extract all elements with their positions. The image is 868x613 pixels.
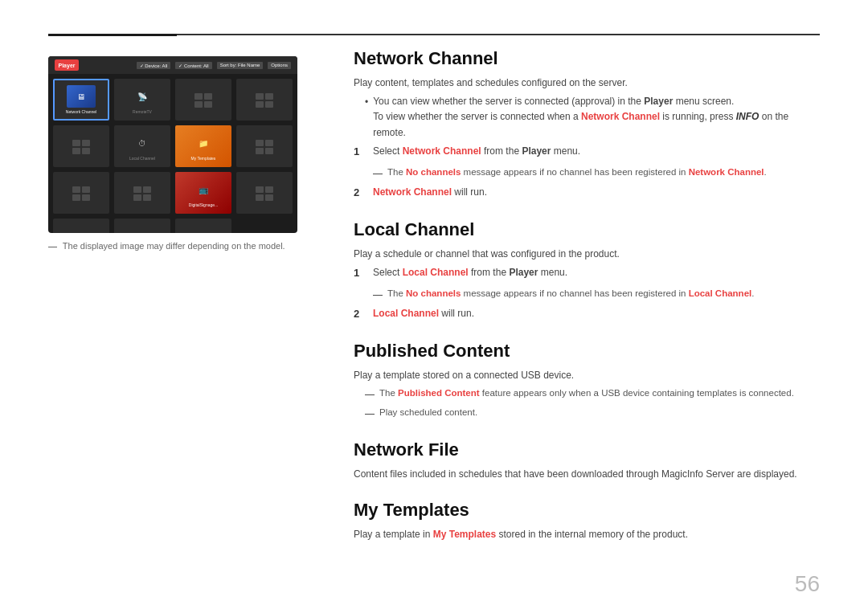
item-label-local: Local Channel xyxy=(129,156,155,161)
step-num-1: 1 xyxy=(354,144,365,161)
note-published-content-1: — The Published Content feature appears … xyxy=(365,386,820,403)
published-content-intro: Play a template stored on a connected US… xyxy=(354,368,820,383)
section-body-local-channel: Play a schedule or channel that was conf… xyxy=(354,247,820,323)
player-item-2 xyxy=(236,79,293,121)
item-sub-icons-9 xyxy=(72,186,90,193)
section-body-network-file: Content files included in schedules that… xyxy=(354,467,820,482)
note-dash-published-2: — xyxy=(365,407,375,422)
step-local-text-2: Local Channel will run. xyxy=(373,306,474,321)
item-sub-icons-5 xyxy=(72,140,90,146)
step-local-text-1: Select Local Channel from the Player men… xyxy=(373,265,567,280)
player-item-4 xyxy=(236,125,293,167)
player-item-network-channel: 🖥 Network Channel xyxy=(53,79,109,121)
player-item-6 xyxy=(114,172,170,214)
player-item-9 xyxy=(114,219,170,233)
item-label-my-templates: My Templates xyxy=(191,156,216,161)
item-sub-icons-11 xyxy=(133,186,151,193)
item-sub-icons-12 xyxy=(133,194,151,201)
screenshot-caption: — The displayed image may differ dependi… xyxy=(48,241,313,251)
step-network-2: 2 Network Channel will run. xyxy=(354,185,820,202)
player-item-1 xyxy=(175,79,231,121)
item-sub-icons-4 xyxy=(256,101,273,108)
note-text-published-1: The Published Content feature appears on… xyxy=(379,386,794,400)
step-local-1: 1 Select Local Channel from the Player m… xyxy=(354,265,820,282)
local-channel-intro: Play a schedule or channel that was conf… xyxy=(354,247,820,262)
item-sub-icons-14 xyxy=(256,194,273,201)
network-file-intro: Content files included in schedules that… xyxy=(354,467,820,482)
player-topbar: Player ✓ Device: All ✓ Content: All Sort… xyxy=(48,56,297,74)
item-label-network: Network Channel xyxy=(66,109,96,114)
left-column: Player ✓ Device: All ✓ Content: All Sort… xyxy=(48,48,313,581)
step-local-2: 2 Local Channel will run. xyxy=(354,306,820,323)
player-item-5 xyxy=(53,172,109,214)
item-sub-icons-10 xyxy=(72,194,90,201)
step-text-2: Network Channel will run. xyxy=(373,185,487,200)
step-local-num-1: 1 xyxy=(354,265,365,282)
section-title-my-templates: My Templates xyxy=(354,500,820,521)
section-network-channel: Network Channel Play content, templates … xyxy=(354,48,820,202)
network-channel-bullets: • You can view whether the server is con… xyxy=(365,94,820,141)
page-number: 56 xyxy=(795,571,820,597)
item-sub-icons-7 xyxy=(256,140,273,146)
dropdown-device: ✓ Device: All xyxy=(137,62,171,69)
note-text-published-2: Play scheduled content. xyxy=(379,406,477,419)
step-num-2: 2 xyxy=(354,185,365,202)
player-item-digital-signage: 📺 DigitalSignage... xyxy=(175,172,231,214)
device-screenshot: Player ✓ Device: All ✓ Content: All Sort… xyxy=(48,56,297,233)
section-title-local-channel: Local Channel xyxy=(354,219,820,240)
section-body-my-templates: Play a template in My Templates stored i… xyxy=(354,527,820,542)
player-item-my-templates: 📁 My Templates xyxy=(175,125,231,167)
player-item-3 xyxy=(53,125,109,167)
note-dash-local: — xyxy=(373,288,383,303)
note-text-1: The No channels message appears if no ch… xyxy=(387,166,767,179)
section-my-templates: My Templates Play a template in My Templ… xyxy=(354,500,820,542)
player-topbar-controls: ✓ Device: All ✓ Content: All Sort by: Fi… xyxy=(137,62,291,69)
item-label-digital: DigitalSignage... xyxy=(189,202,218,207)
section-network-file: Network File Content files included in s… xyxy=(354,439,820,482)
network-channel-intro: Play content, templates and schedules co… xyxy=(354,76,820,91)
dropdown-content: ✓ Content: All xyxy=(175,62,211,69)
right-column: Network Channel Play content, templates … xyxy=(313,48,820,581)
item-sub-icons-1 xyxy=(194,93,212,100)
item-label-remote: RemoteTV xyxy=(133,109,152,114)
note-dash-1: — xyxy=(373,166,383,182)
dropdown-sort: Sort by: File Name xyxy=(217,62,264,69)
section-title-network-channel: Network Channel xyxy=(354,48,820,69)
section-published-content: Published Content Play a template stored… xyxy=(354,341,820,423)
bullet-text-1: You can view whether the server is conne… xyxy=(373,94,820,141)
item-sub-icons-3 xyxy=(256,93,273,100)
item-sub-icons-19 xyxy=(194,233,212,234)
player-item-remote-tv: 📡 RemoteTV xyxy=(114,79,170,121)
dropdown-options: Options xyxy=(268,62,291,69)
note-text-local: The No channels message appears if no ch… xyxy=(387,287,754,300)
section-title-network-file: Network File xyxy=(354,439,820,460)
top-border-accent xyxy=(48,34,177,36)
step-text-1: Select Network Channel from the Player m… xyxy=(373,144,580,159)
item-sub-icons-15 xyxy=(72,233,90,234)
section-title-published-content: Published Content xyxy=(354,341,820,362)
note-published-content-2: — Play scheduled content. xyxy=(365,406,820,422)
player-item-local-channel: ⏱ Local Channel xyxy=(114,125,170,167)
item-sub-icons-6 xyxy=(72,148,90,154)
caption-dash: — xyxy=(48,241,57,251)
player-ui: Player ✓ Device: All ✓ Content: All Sort… xyxy=(48,56,297,233)
item-sub-icons-17 xyxy=(133,233,151,234)
note-no-channels-network: — The No channels message appears if no … xyxy=(373,166,820,182)
bullet-item-1: • You can view whether the server is con… xyxy=(365,94,820,141)
player-item-10 xyxy=(175,219,231,233)
section-local-channel: Local Channel Play a schedule or channel… xyxy=(354,219,820,323)
step-network-1: 1 Select Network Channel from the Player… xyxy=(354,144,820,161)
item-sub-icons-8 xyxy=(256,148,273,154)
my-templates-intro: Play a template in My Templates stored i… xyxy=(354,527,820,542)
player-logo: Player xyxy=(55,59,79,71)
section-body-published-content: Play a template stored on a connected US… xyxy=(354,368,820,423)
section-body-network-channel: Play content, templates and schedules co… xyxy=(354,76,820,202)
item-sub-icons-13 xyxy=(256,186,273,193)
note-no-channels-local: — The No channels message appears if no … xyxy=(373,287,820,303)
item-sub-icons-2 xyxy=(194,101,212,108)
note-dash-published-1: — xyxy=(365,387,375,403)
bullet-dot-1: • xyxy=(365,95,368,141)
player-logo-text: Player xyxy=(58,63,75,68)
step-local-num-2: 2 xyxy=(354,306,365,323)
player-item-7 xyxy=(236,172,293,214)
